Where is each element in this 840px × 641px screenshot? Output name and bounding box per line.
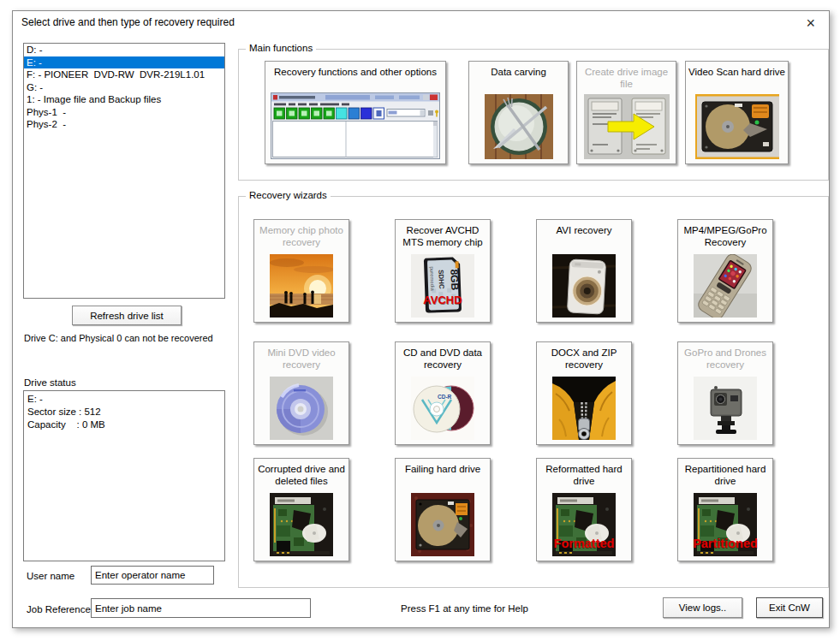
formatted-overlay-text: Formatted — [554, 537, 615, 550]
sd-card-photo-icon: AVCHD — [411, 254, 474, 318]
drive-list-item[interactable]: D: - — [24, 44, 224, 56]
hard-drive-pcb-photo-icon — [270, 493, 333, 556]
wizard-button-avi-recovery[interactable]: AVI recovery — [536, 219, 632, 323]
main-button-label: Video Scan hard drive — [687, 67, 787, 79]
job-reference-label: Job Reference — [27, 604, 91, 614]
wizard-button-label: DOCX and ZIP recovery — [537, 347, 631, 371]
wizard-button-label: CD and DVD data recovery — [396, 347, 490, 371]
mini-dvd-photo-icon — [270, 377, 333, 440]
drive-status-label: Drive status — [24, 377, 76, 388]
refresh-drive-list-button[interactable]: Refresh drive list — [72, 306, 182, 325]
open-hard-drive-platter-photo-icon — [411, 493, 474, 556]
drive-status-line: Sector size : 512 — [24, 406, 224, 418]
wizard-button-avchd-mts[interactable]: Recover AVCHD MTS memory chip AVCHD — [395, 219, 491, 323]
avchd-overlay-text: AVCHD — [423, 294, 462, 306]
drive-list-item[interactable]: 1: - Image file and Backup files — [24, 93, 224, 106]
hard-drive-pcb-photo-icon: Formatted — [552, 493, 616, 556]
wizard-button-label: Failing hard drive — [403, 464, 482, 476]
two-hard-drives-arrow-photo-icon — [584, 94, 670, 159]
zipper-photo-icon — [552, 377, 616, 440]
wizard-button-label: Mini DVD video recovery — [254, 347, 349, 371]
wizard-button-label: Memory chip photo recovery — [254, 225, 349, 248]
main-button-label: Data carving — [489, 67, 548, 79]
drive-list-item-selected[interactable]: E: - — [24, 56, 224, 69]
main-button-label: Create drive image file — [577, 67, 676, 90]
dialog-title: Select drive and then type of recovery r… — [21, 16, 235, 28]
drive-list-item[interactable]: F: - PIONEER DVD-RW DVR-219L1.01 — [24, 68, 224, 81]
wizard-button-mp4-mpeg-gopro[interactable]: MP4/MPEG/GoPro Recovery — [677, 219, 773, 323]
drive-status-line: E: - — [24, 393, 224, 406]
wizard-button-label: Recover AVCHD MTS memory chip — [396, 225, 490, 248]
main-button-create-drive-image: Create drive image file — [576, 61, 676, 164]
cd-dvd-discs-photo-icon — [411, 377, 474, 440]
compact-camera-photo-icon — [552, 254, 616, 318]
wizard-button-label: Corrupted drive and deleted files — [254, 464, 349, 487]
wizard-button-reformatted-drive[interactable]: Reformatted hard drive Formatted — [536, 458, 632, 561]
wizard-button-label: Reformatted hard drive — [537, 464, 631, 487]
view-logs-button[interactable]: View logs.. — [663, 597, 742, 618]
drive-status-box[interactable]: E: - Sector size : 512 Capacity : 0 MB — [23, 390, 225, 561]
wizard-button-repartitioned-drive[interactable]: Repartitioned hard drive Partitioned — [677, 458, 773, 561]
wizard-button-label: MP4/MPEG/GoPro Recovery — [678, 225, 772, 248]
user-name-input[interactable] — [91, 566, 214, 585]
wizard-button-label: Repartitioned hard drive — [678, 464, 772, 487]
hard-drive-pcb-photo-icon: Partitioned — [694, 493, 757, 556]
wizard-button-failing-hard-drive[interactable]: Failing hard drive — [395, 458, 491, 561]
select-drive-dialog: Select drive and then type of recovery r… — [12, 10, 830, 628]
wizard-button-mini-dvd: Mini DVD video recovery — [253, 341, 349, 445]
drive-list-item[interactable]: G: - — [24, 81, 224, 94]
main-functions-legend: Main functions — [246, 43, 316, 53]
mobile-phone-photo-icon — [694, 254, 757, 318]
drive-note-text: Drive C: and Physical 0 can not be recov… — [24, 333, 213, 343]
help-text: Press F1 at any time for Help — [401, 603, 528, 614]
drive-list[interactable]: D: - E: - F: - PIONEER DVD-RW DVR-219L1.… — [23, 43, 225, 299]
partitioned-overlay-text: Partitioned — [693, 537, 758, 550]
wizard-button-label: GoPro and Drones recovery — [678, 347, 772, 371]
open-hard-drive-photo-icon — [695, 94, 779, 159]
drive-list-item[interactable]: Phys-1 - — [24, 106, 224, 119]
wizard-button-corrupted-drive[interactable]: Corrupted drive and deleted files — [253, 458, 349, 561]
close-icon[interactable]: × — [806, 15, 815, 31]
main-button-recovery-functions[interactable]: Recovery functions and other options — [265, 61, 446, 164]
exit-cnw-button[interactable]: Exit CnW — [756, 597, 823, 618]
wizard-button-gopro-drones: GoPro and Drones recovery — [677, 341, 773, 445]
wizard-button-cd-dvd[interactable]: CD and DVD data recovery — [395, 341, 491, 445]
wizard-button-label: AVI recovery — [555, 225, 614, 237]
plate-and-cutlery-photo-icon — [485, 94, 553, 159]
user-name-label: User name — [27, 571, 74, 581]
recovery-wizards-legend: Recovery wizards — [246, 190, 331, 200]
drive-list-item[interactable]: Phys-2 - — [24, 118, 224, 131]
wizard-button-docx-zip[interactable]: DOCX and ZIP recovery — [536, 341, 632, 445]
gopro-camera-photo-icon — [694, 377, 757, 440]
main-button-video-scan[interactable]: Video Scan hard drive — [685, 61, 789, 164]
drive-status-line: Capacity : 0 MB — [24, 418, 224, 431]
cnw-app-window-image-icon — [271, 92, 440, 159]
wizard-button-memory-chip-photo: Memory chip photo recovery — [253, 219, 349, 323]
sunset-beach-photo-icon — [270, 254, 333, 318]
main-button-data-carving[interactable]: Data carving — [468, 61, 569, 164]
job-reference-input[interactable] — [91, 598, 311, 618]
main-button-label: Recovery functions and other options — [272, 67, 438, 79]
